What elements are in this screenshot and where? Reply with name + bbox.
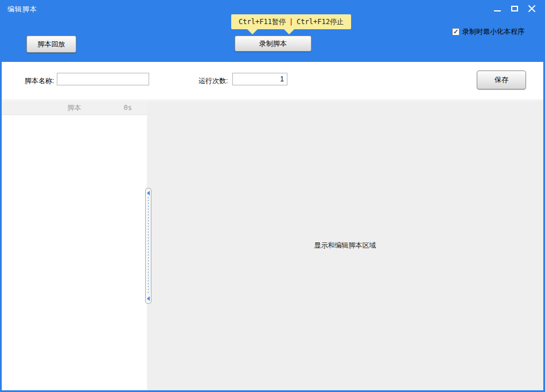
script-duration-badge: 0s bbox=[124, 104, 132, 112]
tooltip-pointer-left bbox=[247, 29, 258, 34]
hotkey-pause-text: Ctrl+F11暂停 bbox=[239, 17, 286, 27]
close-icon bbox=[528, 5, 536, 13]
hotkey-tooltip: Ctrl+F11暂停 | Ctrl+F12停止 bbox=[231, 14, 351, 29]
minimize-on-record-label: 录制时最小化本程序 bbox=[462, 27, 524, 37]
splitter-dotted-line bbox=[148, 197, 149, 295]
panel-splitter-handle[interactable] bbox=[145, 188, 151, 304]
collapse-arrow-top-icon bbox=[147, 191, 150, 195]
save-button[interactable]: 保存 bbox=[477, 70, 526, 89]
run-count-label: 运行次数: bbox=[198, 76, 228, 86]
minimize-button[interactable] bbox=[489, 1, 506, 17]
edit-script-window: 编辑脚本 脚本回放 Ctrl+F11暂停 | Ctrl+F12停止 录制脚本 ✓… bbox=[0, 0, 545, 392]
script-name-input[interactable] bbox=[57, 73, 149, 85]
script-playback-button[interactable]: 脚本回放 bbox=[26, 36, 76, 53]
script-name-label: 脚本名称: bbox=[25, 76, 54, 86]
hotkey-separator: | bbox=[286, 18, 297, 26]
maximize-button[interactable] bbox=[506, 1, 523, 17]
script-list-title: 脚本 bbox=[68, 103, 81, 113]
window-title: 编辑脚本 bbox=[7, 5, 37, 14]
script-settings-form: 脚本名称: 运行次数: 保存 bbox=[2, 62, 543, 100]
script-list-panel: 脚本 0s bbox=[2, 101, 147, 390]
maximize-icon bbox=[511, 6, 518, 11]
checkbox-checked-icon[interactable]: ✓ bbox=[452, 28, 460, 36]
minimize-on-record-checkbox-row[interactable]: ✓ 录制时最小化本程序 bbox=[452, 27, 524, 37]
collapse-arrow-bottom-icon bbox=[147, 296, 150, 301]
run-count-input[interactable] bbox=[232, 73, 287, 85]
close-button[interactable] bbox=[523, 1, 540, 17]
hotkey-stop-text: Ctrl+F12停止 bbox=[297, 17, 344, 27]
content-area: 脚本 0s 显示和编辑脚本区域 bbox=[2, 101, 543, 390]
titlebar-header: 编辑脚本 脚本回放 Ctrl+F11暂停 | Ctrl+F12停止 录制脚本 ✓… bbox=[0, 0, 545, 62]
minimize-icon bbox=[494, 10, 501, 11]
script-list-header: 脚本 0s bbox=[2, 101, 147, 115]
titlebar-controls bbox=[489, 0, 540, 17]
record-script-button[interactable]: 录制脚本 bbox=[235, 36, 312, 52]
tooltip-pointer-right bbox=[284, 29, 294, 34]
editor-panel[interactable]: 显示和编辑脚本区域 bbox=[147, 101, 543, 390]
editor-placeholder-text: 显示和编辑脚本区域 bbox=[314, 241, 376, 250]
